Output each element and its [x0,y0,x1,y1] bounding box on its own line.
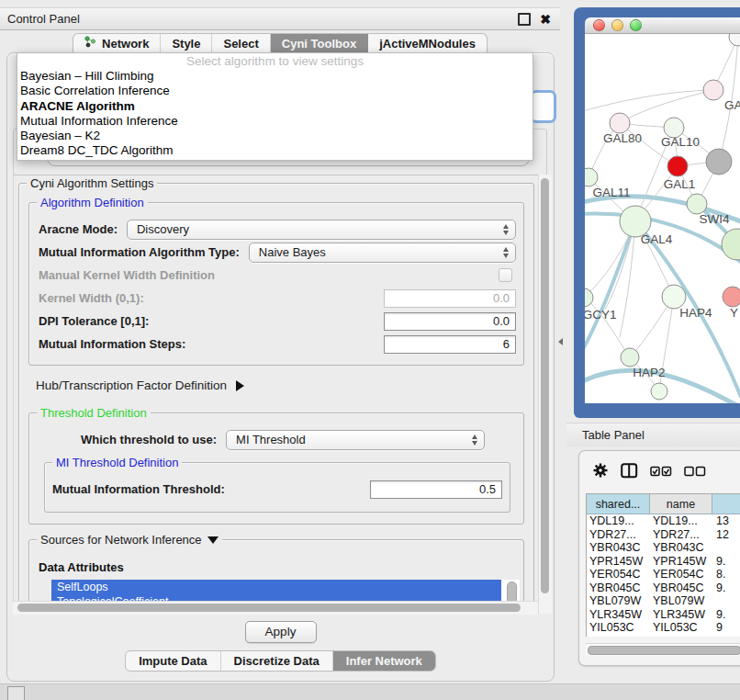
data-attributes-list[interactable]: SelfLoops TopologicalCoefficient Between… [51,580,520,602]
table-cell[interactable]: YDR27... [587,528,650,541]
algorithm-option[interactable]: Mutual Information Inference [17,114,533,129]
algorithm-option-selected[interactable]: ARACNE Algorithm [17,99,533,114]
network-node-gal80[interactable] [610,113,630,133]
table-cell[interactable]: YBR043C [587,541,650,554]
hub-definition-expander[interactable]: Hub/Transcription Factor Definition [36,378,524,392]
table-cell[interactable]: YPR145W [587,555,650,568]
sources-group: Sources for Network Inference Data Attri… [28,539,524,602]
select-all-checked-icon[interactable] [650,464,672,480]
float-panel-icon[interactable] [518,13,531,26]
table-cell[interactable]: YIL053C [587,621,650,634]
table-row[interactable]: YBR043CYBR043C [587,541,740,555]
table-cell[interactable]: YBL079W [587,594,650,607]
network-node-gal1[interactable] [667,156,688,176]
table-row[interactable]: YDR27...YDR27...12 [587,528,740,542]
column-header-extra[interactable] [712,494,740,514]
close-panel-icon[interactable]: ✖ [540,14,551,25]
column-header-shared...[interactable]: shared... [587,494,650,514]
table-cell[interactable]: YER054C [650,568,712,581]
tab-cyni-toolbox[interactable]: Cyni Toolbox [271,34,368,53]
table-cell[interactable]: YBR045C [587,581,650,594]
kernel-width-field[interactable]: 0.0 [384,289,516,308]
table-cell[interactable]: YDR27... [650,528,712,541]
network-node-gal11[interactable] [585,168,598,186]
table-row[interactable]: YPR145WYPR145W9. [587,555,740,569]
network-canvas[interactable]: GALGAL80GAL10GAL1GAL11SWI4GAL4GCY1HAP4YH… [585,34,740,403]
split-columns-icon[interactable] [621,463,638,482]
table-cell[interactable]: YPR145W [650,555,712,568]
table-cell[interactable]: YIL053C [650,621,712,634]
tab-impute-data[interactable]: Impute Data [126,651,220,671]
network-node-y[interactable] [723,287,740,307]
mi-threshold-field[interactable]: 0.5 [370,480,502,499]
network-node-gal[interactable] [703,80,723,100]
table-cell[interactable]: 8. [712,568,740,581]
attribute-item-selected[interactable]: SelfLoops [51,580,501,594]
which-threshold-combo[interactable]: MI Threshold [226,430,485,450]
algorithm-option[interactable]: Bayesian – K2 [17,129,533,143]
network-node[interactable] [729,34,740,46]
combo-spinner-icon [472,435,477,446]
attributes-scrollbar-thumb[interactable] [507,581,517,602]
table-cell[interactable]: 9. [712,555,740,568]
table-cell[interactable]: YDL19... [650,514,712,527]
table-cell[interactable]: YBL079W [650,594,712,607]
which-threshold-label: Which threshold to use: [81,433,217,446]
table-cell[interactable]: YLR345W [587,608,650,621]
table-panel-title: Table Panel [582,428,645,442]
network-node-hap2[interactable] [621,348,639,367]
table-cell[interactable]: 9. [712,581,740,594]
network-node-swi4[interactable] [687,194,707,214]
collapsed-panel-tab[interactable] [7,686,25,700]
close-window-button[interactable] [593,19,605,31]
tab-jactivemnodules[interactable]: jActiveMNodules [368,34,487,53]
vertical-scrollbar-thumb[interactable] [541,178,549,593]
algorithm-option[interactable]: Bayesian – Hill Climbing [17,69,533,84]
table-row[interactable]: YBL079WYBL079W [587,594,740,608]
tab-style[interactable]: Style [161,34,212,53]
table-cell[interactable]: 9. [712,608,740,621]
select-none-icon[interactable] [684,464,706,480]
horizontal-scrollbar-thumb[interactable] [17,604,521,612]
network-node[interactable] [706,149,732,175]
sources-group-title[interactable]: Sources for Network Inference [37,533,222,547]
dpi-tolerance-field[interactable]: 0.0 [384,312,516,331]
table-cell[interactable]: 9 [712,621,740,634]
table-cell[interactable]: 13 [712,514,740,527]
gear-icon[interactable] [592,462,609,482]
table-horizontal-scrollbar[interactable] [586,643,740,656]
horizontal-scrollbar[interactable] [13,601,538,615]
network-node[interactable] [722,229,740,260]
data-attributes-label: Data Attributes [39,560,516,574]
table-horizontal-scrollbar-thumb[interactable] [588,646,740,655]
tab-network[interactable]: Network [73,34,161,53]
table-cell[interactable]: YLR345W [650,608,712,621]
tab-infer-network[interactable]: Infer Network [333,651,435,671]
tab-select[interactable]: Select [212,34,270,53]
algorithm-option[interactable]: Basic Correlation Inference [17,84,533,98]
table-cell[interactable]: YBR045C [650,581,712,594]
manual-kernel-checkbox[interactable] [499,268,512,282]
table-row[interactable]: YER054CYER054C8. [587,568,740,581]
zoom-window-button[interactable] [630,19,642,31]
tab-discretize-data[interactable]: Discretize Data [221,651,333,671]
table-row[interactable]: YLR345WYLR345W9. [587,608,740,622]
column-header-name[interactable]: name [650,494,712,514]
mi-steps-field[interactable]: 6 [384,335,516,354]
mi-type-combo[interactable]: Naive Bayes [249,243,516,263]
network-node[interactable] [651,383,667,400]
vertical-scrollbar[interactable] [538,175,552,614]
minimize-window-button[interactable] [611,19,623,31]
table-row[interactable]: YIL053CYIL053C9 [587,621,740,635]
table-cell[interactable]: YER054C [587,568,650,581]
table-row[interactable]: YDL19...YDL19...13 [587,514,740,528]
network-window-titlebar[interactable] [585,17,740,34]
table-row[interactable]: YBR045CYBR045C9. [587,581,740,595]
table-cell[interactable]: YDL19... [587,514,650,527]
panel-splitter-handle[interactable] [558,336,566,347]
algorithm-option[interactable]: Dream8 DC_TDC Algorithm [17,143,533,158]
table-cell[interactable]: 12 [712,528,740,541]
table-cell[interactable]: YBR043C [650,541,712,554]
aracne-mode-combo[interactable]: Discovery [127,220,516,240]
apply-button[interactable]: Apply [245,621,317,643]
